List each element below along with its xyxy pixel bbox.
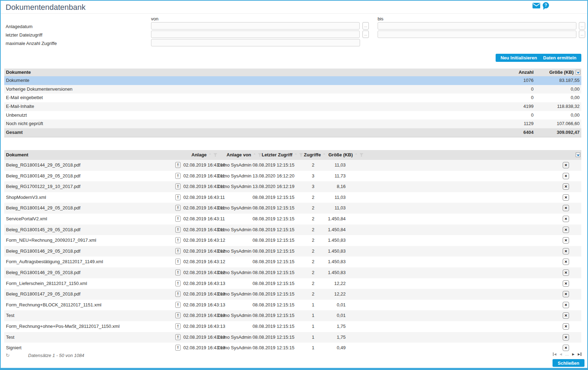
neu-initialisieren-button[interactable]: Neu Initialisieren xyxy=(496,54,542,62)
delete-button[interactable]: × xyxy=(563,205,569,211)
document-row[interactable]: Form_Auftragsbestätigung_28112017_1149.x… xyxy=(4,257,581,267)
document-row[interactable]: Beleg_RG1800146_29_05_2018.pdf!02.08.201… xyxy=(4,246,581,257)
filter-funnel-icon[interactable] xyxy=(360,153,364,157)
delete-button[interactable]: × xyxy=(563,173,569,179)
attachment-info-button[interactable]: ! xyxy=(175,259,181,265)
document-row[interactable]: Test!02.08.2019 16:43:13Demo SysAdmin08.… xyxy=(4,310,581,321)
attachment-info-button[interactable]: ! xyxy=(175,345,181,351)
anlage-von: Demo SysAdmin xyxy=(217,203,251,214)
summary-row[interactable]: Dokumente107683.187,55 xyxy=(4,76,581,85)
delete-button[interactable]: × xyxy=(563,194,569,201)
attachment-info-button[interactable]: ! xyxy=(175,173,181,179)
summary-total-row[interactable]: Gesamt6404309.092,47 xyxy=(4,128,581,137)
refresh-icon[interactable]: ↻ xyxy=(6,352,10,358)
pagination-next-icon[interactable]: ▶ xyxy=(572,352,575,356)
pagination-last-icon[interactable]: ▶ xyxy=(578,352,581,356)
schliessen-button[interactable]: Schließen xyxy=(553,359,584,367)
export-table-icon[interactable] xyxy=(576,70,580,74)
document-row[interactable]: Beleg_RG1700122_19_10_2017.pdf!02.08.201… xyxy=(4,181,581,192)
filter-funnel-icon[interactable] xyxy=(299,153,303,157)
document-row[interactable]: Form_NEU+Rechnung_20092017_0917.xml!02.0… xyxy=(4,235,581,246)
delete-button[interactable]: × xyxy=(563,162,569,168)
sort-caret-icon[interactable]: ⌃ xyxy=(294,150,297,160)
attachment-info-button[interactable]: ! xyxy=(175,237,181,243)
max-zugriffe-input[interactable] xyxy=(151,39,360,46)
delete-button[interactable]: × xyxy=(563,345,569,351)
document-row[interactable]: ServicePortalV2.xml!02.08.2019 16:43:110… xyxy=(4,214,581,225)
attachment-info-button[interactable]: ! xyxy=(175,205,181,211)
document-row[interactable]: Form_Rechnung+BLOCK_28112017_1151.xml!02… xyxy=(4,300,581,311)
attachment-info-button[interactable]: ! xyxy=(175,162,181,168)
delete-button[interactable]: × xyxy=(563,280,569,287)
attachment-info-button[interactable]: ! xyxy=(175,323,181,329)
summary-row[interactable]: E-Mail-Inhalte4199118.838,32 xyxy=(4,102,581,111)
attachment-info-button[interactable]: ! xyxy=(175,312,181,318)
column-header-anlage[interactable]: Anlage ⌃ xyxy=(191,150,217,160)
attachment-info-button[interactable]: ! xyxy=(175,248,181,254)
sort-caret-icon[interactable]: ⌃ xyxy=(208,150,211,160)
delete-button[interactable]: × xyxy=(563,302,569,308)
column-header-letzter-zugriff[interactable]: Letzter Zugriff ⌃ xyxy=(262,150,303,160)
attachment-info-button[interactable]: ! xyxy=(175,194,181,200)
anlagedatum-bis-browse-button[interactable]: ... xyxy=(579,22,585,30)
column-header-zugriffe[interactable]: Zugriffe ⌃ xyxy=(304,150,332,160)
attachment-info-button[interactable]: ! xyxy=(175,216,181,222)
attachment-info-button[interactable]: ! xyxy=(175,183,181,189)
document-row[interactable]: Beleg_RG1800145_29_05_2018.pdf!02.08.201… xyxy=(4,225,581,235)
summary-row[interactable]: Vorherige Dokumentenversionen00,00 xyxy=(4,85,581,94)
delete-button[interactable]: × xyxy=(563,237,569,244)
delete-button[interactable]: × xyxy=(563,259,569,265)
delete-button[interactable]: × xyxy=(563,183,569,190)
anlage-von: Demo SysAdmin xyxy=(217,160,251,171)
mail-icon[interactable] xyxy=(533,3,540,8)
delete-button[interactable]: × xyxy=(563,334,569,340)
pagination-first-icon[interactable]: ◀ xyxy=(553,352,556,356)
dateizugriff-bis-browse-button[interactable]: ... xyxy=(579,31,585,38)
attachment-info-button[interactable]: ! xyxy=(175,270,181,275)
delete-button[interactable]: × xyxy=(563,248,569,254)
dateizugriff-von-browse-button[interactable]: ... xyxy=(362,31,369,38)
dateizugriff-von-input[interactable] xyxy=(151,31,360,38)
document-row[interactable]: Form_Lieferschein_28112017_1150.xml!02.0… xyxy=(4,278,581,289)
document-row[interactable]: Form_Rechnung+ohne+Pos-MwSt_28112017_115… xyxy=(4,321,581,332)
anlagedatum-von-input[interactable] xyxy=(151,22,360,30)
delete-button[interactable]: × xyxy=(563,216,569,222)
anlagedatum-bis-input[interactable] xyxy=(378,22,576,30)
attachment-info-button[interactable]: ! xyxy=(175,334,181,340)
document-row[interactable]: Signiert!02.08.2019 16:43:13Demo SysAdmi… xyxy=(4,343,581,353)
delete-button[interactable]: × xyxy=(563,323,569,330)
sort-caret-icon[interactable]: ⌃ xyxy=(253,150,256,160)
sort-caret-icon[interactable]: ⌃ xyxy=(354,150,358,160)
delete-button[interactable]: × xyxy=(563,291,569,297)
attachment-info-button[interactable]: ! xyxy=(175,302,181,308)
page-title: Dokumentendatenbank xyxy=(6,3,86,12)
delete-button[interactable]: × xyxy=(563,227,569,233)
summary-row[interactable]: Noch nicht geprüft1129107.066,60 xyxy=(4,119,581,128)
document-row[interactable]: Beleg_RG1800144_29_05_2018.pdf!02.08.201… xyxy=(4,160,581,171)
help-icon[interactable]: ? xyxy=(543,2,549,8)
document-row[interactable]: ShopModernV3.xml!02.08.2019 16:43:1108.0… xyxy=(4,192,581,203)
document-row[interactable]: Test!02.08.2019 16:43:13Demo SysAdmin08.… xyxy=(4,332,581,343)
export-table-icon[interactable] xyxy=(576,152,580,157)
summary-row[interactable]: Unbenutzt00,00 xyxy=(4,111,581,120)
filter-funnel-icon[interactable] xyxy=(258,153,262,157)
column-header-groesse[interactable]: Größe (KB) ⌃ xyxy=(328,150,364,160)
anlagedatum-von-browse-button[interactable]: ... xyxy=(362,22,369,30)
document-row[interactable]: Beleg_RG1800144_29_05_2018.pdf!02.08.201… xyxy=(4,203,581,214)
dateizugriff-bis-input[interactable] xyxy=(378,31,576,38)
summary-row[interactable]: E-Mail eingebettet00,00 xyxy=(4,93,581,102)
delete-button[interactable]: × xyxy=(563,270,569,276)
pagination-prev-icon[interactable]: ◀ xyxy=(560,352,562,356)
attachment-info-button[interactable]: ! xyxy=(175,291,181,297)
pagination-ellipsis[interactable]: … xyxy=(565,353,569,356)
column-header-anlage-von[interactable]: Anlage von ⌃ xyxy=(227,150,262,160)
delete-button[interactable]: × xyxy=(563,312,569,319)
attachment-info-button[interactable]: ! xyxy=(175,280,181,286)
sort-caret-icon[interactable]: ⌃ xyxy=(322,150,326,160)
document-row[interactable]: Beleg_RG1800148_29_05_2018.pdf!02.08.201… xyxy=(4,171,581,182)
daten-ermitteln-button[interactable]: Daten ermitteln xyxy=(538,54,581,62)
attachment-info-button[interactable]: ! xyxy=(175,227,181,233)
document-row[interactable]: Beleg_RG1800146_29_05_2018.pdf!02.08.201… xyxy=(4,267,581,278)
document-row[interactable]: Beleg_RG1800147_29_05_2018.pdf!02.08.201… xyxy=(4,289,581,300)
filter-funnel-icon[interactable] xyxy=(214,153,217,157)
